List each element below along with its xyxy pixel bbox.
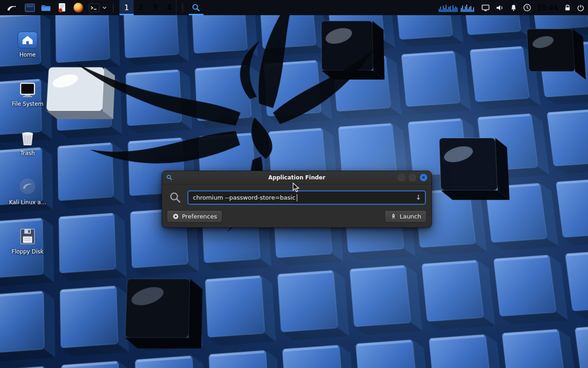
terminal-icon — [89, 3, 100, 12]
text-editor-icon — [57, 3, 67, 13]
maximize-button[interactable] — [409, 174, 416, 181]
panel-right: 10:44 — [439, 0, 584, 15]
workspace-4[interactable]: 4 — [162, 0, 176, 15]
desktop-icon-label: File System — [12, 101, 44, 108]
floppy-disk-icon — [18, 227, 37, 246]
display-settings-button[interactable] — [481, 4, 490, 12]
window-manager-button[interactable] — [24, 0, 36, 15]
desktop-icon-label: Home — [19, 52, 35, 58]
application-finder-window: Application Finder × chromium --password… — [162, 171, 432, 228]
launch-label: Launch — [400, 213, 421, 220]
terminal-button[interactable] — [88, 0, 100, 15]
text-editor-button[interactable] — [56, 0, 68, 15]
kali-docs-icon — [17, 176, 38, 196]
workspace-2[interactable]: 2 — [134, 0, 148, 15]
desktop-icon-file-system[interactable]: File System — [6, 76, 50, 108]
mouse-cursor — [293, 183, 302, 193]
kali-logo-icon — [6, 3, 17, 12]
display-icon — [481, 4, 490, 12]
home-icon — [17, 31, 38, 49]
cpu-graph-icon — [439, 4, 475, 12]
app-finder-icon — [192, 3, 201, 12]
lock-button[interactable] — [564, 4, 571, 12]
desktop-icon-trash[interactable]: Trash — [6, 125, 50, 157]
launch-icon — [390, 213, 397, 220]
preferences-label: Preferences — [182, 213, 217, 220]
desktop-icon-floppy[interactable]: Floppy Disk — [6, 224, 50, 255]
close-button[interactable]: × — [420, 174, 427, 181]
text-caret — [297, 194, 297, 201]
workspace-1[interactable]: 1 — [119, 0, 134, 15]
minimize-button[interactable] — [398, 174, 405, 181]
gear-icon — [172, 213, 179, 220]
desktop-icon-kali-docs[interactable]: Kali Linux a... — [6, 174, 50, 206]
folder-icon — [41, 4, 51, 12]
preferences-button[interactable]: Preferences — [167, 210, 222, 223]
updates-icon — [523, 4, 531, 12]
firefox-icon — [74, 3, 83, 12]
terminal-dropdown-group — [88, 0, 107, 15]
desktop-icon-label: Floppy Disk — [11, 249, 44, 255]
window-icon — [25, 4, 35, 12]
workspace-switcher: 1 2 3 4 — [119, 0, 176, 15]
panel-left: 1 2 3 4 — [3, 0, 204, 15]
workspace-3[interactable]: 3 — [148, 0, 162, 15]
dropdown-arrow-icon[interactable]: ↓ — [415, 194, 421, 201]
top-panel: 1 2 3 4 — [0, 0, 588, 15]
app-finder-taskbar-button[interactable] — [189, 0, 204, 15]
dialog-title: Application Finder — [190, 174, 404, 181]
dialog-button-row: Preferences Launch — [162, 207, 431, 227]
logout-button[interactable] — [577, 4, 584, 12]
volume-button[interactable] — [496, 4, 504, 12]
notifications-button[interactable] — [510, 4, 517, 12]
firefox-button[interactable] — [72, 0, 84, 15]
speaker-icon — [496, 4, 504, 12]
desktop-icon-home[interactable]: Home — [6, 27, 50, 58]
file-system-icon — [18, 81, 37, 98]
lock-icon — [564, 4, 571, 12]
command-text: chromium --password-store=basic — [193, 194, 295, 201]
terminal-dropdown-button[interactable] — [102, 0, 107, 15]
kali-desktop: { "panel": { "clock": "10:44", "workspac… — [0, 0, 588, 368]
separator — [182, 3, 183, 12]
bell-icon — [510, 4, 517, 12]
trash-icon — [18, 130, 37, 147]
file-manager-button[interactable] — [40, 0, 52, 15]
kali-menu-button[interactable] — [3, 1, 20, 14]
separator — [113, 3, 113, 12]
app-finder-window-icon — [166, 174, 173, 181]
power-icon — [577, 4, 584, 12]
desktop-icon-label: Trash — [20, 150, 35, 157]
launch-button[interactable]: Launch — [384, 210, 427, 223]
clock[interactable]: 10:44 — [537, 3, 558, 12]
command-input[interactable]: chromium --password-store=basic ↓ — [187, 190, 426, 205]
chevron-down-icon — [102, 6, 107, 9]
search-icon — [169, 191, 181, 204]
desktop-icon-label: Kali Linux a... — [9, 200, 46, 206]
window-controls: × — [398, 174, 427, 181]
cpu-graph[interactable] — [439, 0, 475, 15]
updates-button[interactable] — [523, 4, 531, 12]
close-icon: × — [422, 175, 425, 180]
